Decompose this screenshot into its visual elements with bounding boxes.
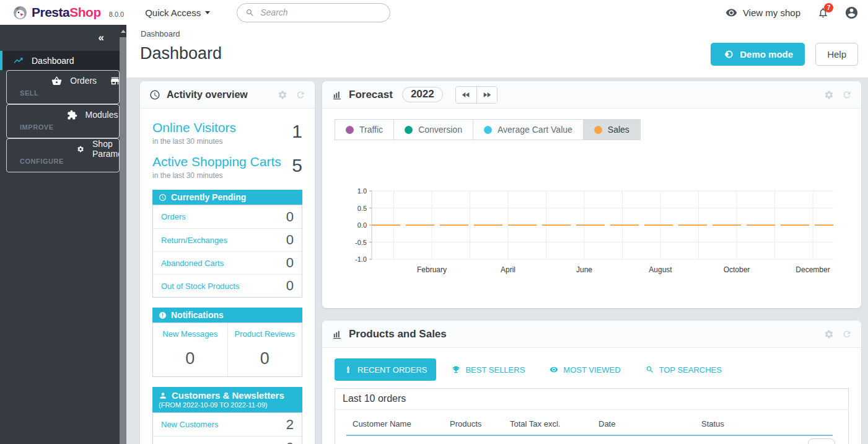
svg-text:0.0: 0.0 (357, 221, 367, 229)
person-icon (159, 391, 167, 400)
breadcrumb[interactable]: Dashboard (141, 29, 180, 38)
sidebar-item-modules[interactable]: Modules (54, 105, 118, 125)
notifications-bell[interactable]: 7 (817, 7, 829, 19)
sidebar-section-sell: SELL (20, 89, 38, 97)
view-my-shop-link[interactable]: View my shop (726, 7, 800, 19)
svg-text:1.0: 1.0 (357, 187, 367, 195)
rewind-icon (461, 90, 471, 100)
sales-dot-icon (594, 126, 602, 134)
active-carts-link[interactable]: Active Shopping Carts (152, 154, 281, 169)
user-avatar[interactable] (844, 6, 859, 20)
sidebar-item-shop-parameters[interactable]: Shop Parameters (64, 139, 120, 159)
new-subscriptions-row[interactable]: New Subscriptions0 (153, 436, 302, 444)
online-visitors-value: 1 (292, 122, 302, 146)
customers-newsletters-list: New Customers2 New Subscriptions0 (152, 412, 302, 444)
active-carts-metric: Active Shopping Carts in the last 30 min… (152, 154, 302, 180)
panel-title: Forecast (349, 89, 393, 101)
year-selector[interactable]: 2022 (402, 87, 443, 102)
help-button[interactable]: Help (815, 43, 858, 66)
tab-most-viewed[interactable]: MOST VIEWED (540, 358, 629, 381)
tab-conversion[interactable]: Conversion (393, 119, 473, 140)
scrollbar-up-button[interactable] (120, 25, 126, 37)
version-label: 8.0.0 (109, 11, 124, 18)
notification-count-badge: 7 (824, 3, 833, 12)
orders-table-header: Customer Name Products Total Tax excl. D… (346, 410, 833, 436)
customers-newsletters-header: Customers & Newsletters (FROM 2022-10-09… (152, 387, 302, 412)
pending-row-abandoned-carts[interactable]: Abandoned Carts0 (153, 251, 302, 274)
chevron-up-icon (121, 30, 126, 33)
svg-text:-0.5: -0.5 (355, 239, 367, 246)
metric-subtitle: in the last 30 minutes (152, 171, 281, 180)
metric-subtitle: in the last 30 minutes (152, 137, 236, 146)
previous-year-button[interactable] (456, 87, 476, 103)
column-date: Date (598, 419, 701, 428)
chevron-down-icon (205, 11, 210, 14)
refresh-icon[interactable] (842, 329, 852, 339)
panel-title: Activity overview (167, 89, 248, 100)
page-title: Dashboard (140, 44, 222, 63)
tab-traffic[interactable]: Traffic (335, 119, 394, 140)
svg-text:October: October (724, 265, 750, 274)
global-search[interactable] (237, 3, 390, 22)
svg-text:August: August (649, 265, 672, 274)
column-total-tax-excl: Total Tax excl. (510, 419, 598, 428)
active-carts-value: 5 (292, 156, 302, 180)
sidebar-collapse-button[interactable]: « (0, 25, 120, 51)
order-details-button[interactable] (808, 438, 835, 444)
dashboard-content: Activity overview Online Visitors in the… (126, 78, 868, 444)
column-status: Status (701, 419, 833, 428)
sidebar-scrollbar[interactable] (120, 25, 126, 444)
scrollbar-thumb[interactable] (120, 37, 126, 444)
brand-name: PrestaShop (32, 5, 101, 20)
tab-top-searches[interactable]: TOP SEARCHES (636, 358, 731, 381)
notifications-box: New Messages 0 Product Reviews 0 (152, 322, 302, 377)
tab-average-cart-value[interactable]: Average Cart Value (473, 119, 584, 140)
new-messages-cell[interactable]: New Messages 0 (153, 323, 227, 376)
sidebar-item-dashboard[interactable]: Dashboard (0, 51, 120, 70)
sidebar-item-orders[interactable]: Orders (38, 71, 97, 91)
forecast-panel: Forecast 2022 Traffic Conversion Average… (322, 81, 861, 308)
currently-pending-list: Orders0 Return/Exchanges0 Abandoned Cart… (152, 205, 302, 298)
svg-text:-1.0: -1.0 (355, 255, 367, 263)
tab-recent-orders[interactable]: RECENT ORDERS (335, 358, 436, 381)
quick-access-dropdown[interactable]: Quick Access (145, 7, 210, 18)
svg-text:April: April (501, 265, 515, 274)
sidebar-item-catalog[interactable]: Catalog (97, 71, 120, 91)
prestashop-logo[interactable]: PrestaShop 8.0.0 (13, 5, 124, 20)
trending-up-icon (13, 55, 24, 66)
refresh-icon[interactable] (296, 90, 305, 100)
pending-row-returns[interactable]: Return/Exchanges0 (153, 228, 302, 251)
date-range-label: (FROM 2022-10-09 TO 2022-11-09) (159, 401, 296, 409)
next-year-button[interactable] (476, 87, 497, 103)
trophy-icon (452, 365, 460, 374)
top-bar: PrestaShop 8.0.0 Quick Access View my sh… (0, 0, 868, 25)
search-input[interactable] (260, 7, 382, 17)
refresh-icon[interactable] (842, 90, 852, 100)
tab-best-sellers[interactable]: BEST SELLERS (442, 358, 534, 381)
gear-icon[interactable] (824, 90, 834, 100)
bar-chart-icon (331, 329, 343, 340)
pending-row-orders[interactable]: Orders0 (153, 205, 302, 228)
column-customer-name: Customer Name (353, 419, 450, 428)
online-visitors-metric: Online Visitors in the last 30 minutes 1 (152, 120, 302, 146)
svg-text:December: December (796, 265, 830, 274)
basket-icon (51, 76, 62, 86)
online-visitors-link[interactable]: Online Visitors (152, 120, 236, 135)
product-reviews-cell[interactable]: Product Reviews 0 (227, 323, 302, 376)
last-orders-box: Last 10 orders Customer Name Products To… (335, 388, 849, 444)
bar-chart-icon (331, 89, 343, 100)
products-tabs: RECENT ORDERS BEST SELLERS MOST VIEWED T… (335, 358, 731, 381)
new-customers-row[interactable]: New Customers2 (153, 413, 302, 436)
demo-mode-button[interactable]: Demo mode (711, 43, 805, 66)
svg-text:0.5: 0.5 (357, 205, 367, 212)
gear-icon[interactable] (824, 329, 834, 339)
panel-title: Products and Sales (349, 328, 447, 340)
pending-row-out-of-stock[interactable]: Out of Stock Products0 (153, 274, 302, 297)
gear-icon[interactable] (278, 90, 287, 100)
conversion-dot-icon (405, 126, 413, 134)
svg-text:February: February (417, 265, 447, 274)
forecast-chart: 1.00.50.0-0.5-1.0FebruaryAprilJuneAugust… (322, 182, 849, 282)
svg-text:June: June (576, 265, 592, 274)
tab-sales[interactable]: Sales (583, 119, 641, 140)
eye-icon (726, 7, 737, 19)
